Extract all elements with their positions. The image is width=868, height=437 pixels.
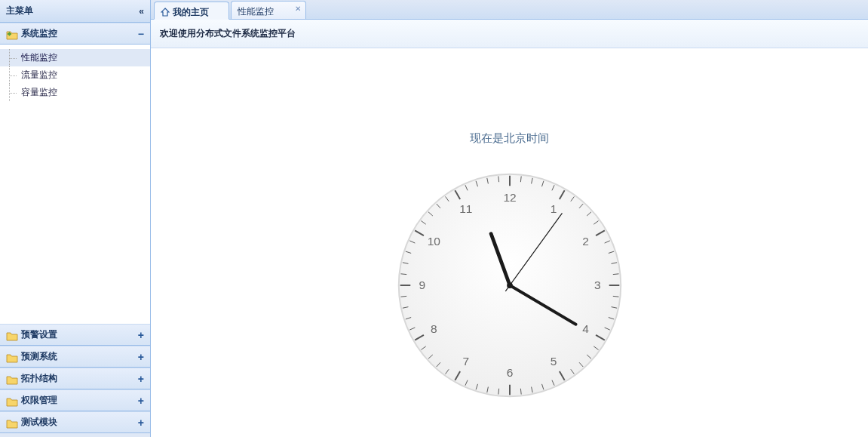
accordion-head-topology[interactable]: 拓扑结构 +: [0, 368, 150, 389]
welcome-bar: 欢迎使用分布式文件系统监控平台: [151, 20, 868, 48]
folder-icon: [6, 352, 17, 362]
folder-icon: [6, 418, 17, 427]
expand-plus-icon: +: [138, 395, 144, 407]
accordion-label: 系统监控: [21, 27, 57, 40]
accordion-label: 权限管理: [21, 394, 57, 407]
folder-icon: [6, 396, 17, 405]
svg-text:5: 5: [550, 355, 557, 368]
tab-label: 性能监控: [238, 5, 274, 18]
svg-text:8: 8: [431, 322, 437, 335]
svg-text:2: 2: [582, 235, 589, 248]
folder-icon: [6, 29, 17, 38]
tab-strip: 我的主页 性能监控 ✕: [151, 0, 868, 20]
folder-icon: [6, 374, 17, 383]
accordion-head-forecast[interactable]: 预测系统 +: [0, 346, 150, 368]
accordion-head-alert[interactable]: 预警设置 +: [0, 324, 150, 346]
svg-text:7: 7: [462, 355, 469, 368]
content-area: 现在是北京时间 123456789101112: [151, 48, 868, 437]
expand-plus-icon: +: [138, 373, 144, 385]
accordion-head-test[interactable]: 测试模块 +: [0, 411, 150, 433]
tab-performance[interactable]: 性能监控 ✕: [231, 1, 306, 19]
tree-item-capacity[interactable]: 容量监控: [0, 84, 150, 101]
svg-text:12: 12: [503, 191, 516, 204]
tab-home[interactable]: 我的主页: [154, 2, 229, 20]
accordion-head-permission[interactable]: 权限管理 +: [0, 389, 150, 411]
tree-item-traffic[interactable]: 流量监控: [0, 66, 150, 84]
accordion-head-system-monitor[interactable]: 系统监控 −: [0, 23, 150, 45]
expand-plus-icon: +: [138, 329, 144, 341]
sidebar-title-bar: 主菜单 «: [0, 0, 150, 23]
svg-text:11: 11: [459, 202, 472, 215]
clock-title: 现在是北京时间: [470, 131, 549, 146]
svg-text:9: 9: [419, 279, 425, 291]
expand-plus-icon: +: [138, 351, 144, 363]
sidebar-collapse-icon[interactable]: «: [139, 6, 144, 17]
tab-label: 我的主页: [173, 6, 209, 19]
main-area: 我的主页 性能监控 ✕ 欢迎使用分布式文件系统监控平台 现在是北京时间: [151, 0, 868, 437]
svg-text:1: 1: [550, 202, 557, 215]
sidebar: 主菜单 « 系统监控 − 性能监控 流量监控 容量监控 预警设置 + 预测系统: [0, 0, 151, 437]
accordion-label: 预警设置: [21, 328, 57, 341]
svg-text:3: 3: [593, 279, 600, 291]
sidebar-title: 主菜单: [6, 5, 33, 17]
tree-area: 性能监控 流量监控 容量监控: [0, 45, 150, 324]
svg-text:4: 4: [582, 322, 589, 335]
accordion-label: 测试模块: [21, 416, 57, 429]
tree-item-performance[interactable]: 性能监控: [0, 49, 150, 66]
svg-text:10: 10: [427, 235, 440, 248]
folder-icon: [6, 331, 17, 340]
welcome-text: 欢迎使用分布式文件系统监控平台: [160, 28, 296, 38]
home-icon: [161, 8, 170, 17]
svg-point-76: [507, 282, 513, 288]
close-icon[interactable]: ✕: [295, 5, 301, 13]
accordion-label: 拓扑结构: [21, 372, 57, 385]
svg-text:6: 6: [506, 366, 513, 379]
collapse-minus-icon: −: [138, 28, 144, 40]
expand-plus-icon: +: [138, 417, 144, 429]
accordion-label: 预测系统: [21, 350, 57, 363]
analog-clock: 123456789101112: [393, 168, 627, 402]
